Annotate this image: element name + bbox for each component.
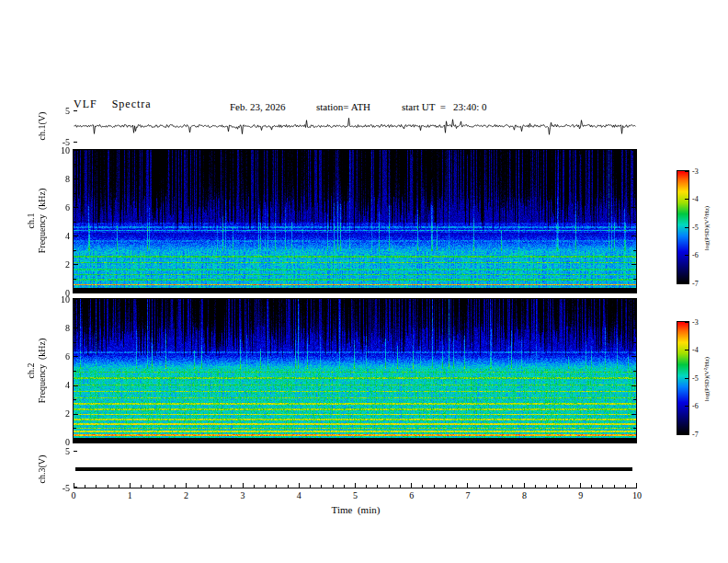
time-axis-tick-labels: 0 1 2 3 4 5 6 7 8 9 10 <box>74 490 637 500</box>
tick-mark <box>467 483 468 488</box>
ch1-waveform-axis-ticks <box>74 110 77 143</box>
ch3-flat-trace <box>75 467 632 471</box>
ch2-spectrogram <box>73 298 637 443</box>
ch2-frequency-tick-labels: 10 8 6 4 2 0 <box>53 299 70 442</box>
tick-mark <box>243 483 244 488</box>
plot-title: VLF Spectra <box>74 98 152 111</box>
tick-mark <box>74 483 74 488</box>
frequency-axis-text: Frequency (kHz) <box>37 147 48 294</box>
time-axis-line <box>74 488 637 488</box>
colorbar-ch2-label: log(PSD)(V²/Hz) <box>701 319 712 439</box>
tick-mark <box>355 483 356 488</box>
tick-mark <box>299 483 300 488</box>
ch1-spectrogram <box>73 149 637 293</box>
ch2-frequency-axis-label: ch.2 Frequency (kHz) <box>26 297 48 444</box>
time-axis-label: Time (min) <box>264 504 448 515</box>
ch1-frequency-axis-label: ch.1 Frequency (kHz) <box>26 147 48 294</box>
ch1-waveform-tick-labels: 5 -5 <box>53 110 70 142</box>
colorbar-ch1-label: log(PSD)(V²/Hz) <box>701 168 712 288</box>
ch3-tick-labels: 5 -5 <box>53 451 70 488</box>
tick-mark <box>186 483 187 488</box>
frequency-axis-text: Frequency (kHz) <box>37 297 48 444</box>
colorbar-ch2 <box>677 321 689 435</box>
ch1-waveform-plot <box>74 110 636 142</box>
time-axis-major-ticks <box>74 483 637 488</box>
tick-mark <box>74 142 77 143</box>
colorbar-ch1 <box>677 170 689 284</box>
tick-mark <box>130 483 131 488</box>
ch1-axis-channel-name: ch.1 <box>26 147 37 294</box>
ch3-voltage-axis-label: ch.3(V) <box>37 423 48 515</box>
ch1-frequency-tick-labels: 10 8 6 4 2 0 <box>53 150 70 293</box>
tick-mark <box>636 483 637 488</box>
vlf-spectra-display: VLF Spectra Feb. 23, 2026 station= ATH s… <box>0 0 728 563</box>
tick-mark <box>411 483 412 488</box>
ch3-axis-ticks <box>74 451 77 488</box>
tick-mark <box>580 483 581 488</box>
ch2-axis-channel-name: ch.2 <box>26 297 37 444</box>
tick-mark <box>524 483 525 488</box>
tick-mark <box>74 451 77 452</box>
tick-mark <box>74 110 77 111</box>
